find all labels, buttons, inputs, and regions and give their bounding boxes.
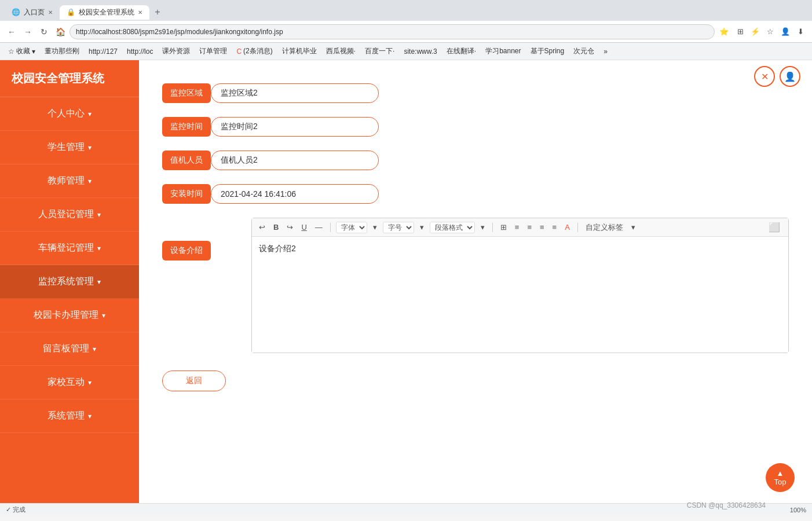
separator-3 bbox=[577, 223, 578, 232]
input-staff[interactable] bbox=[211, 151, 379, 170]
input-install-time[interactable] bbox=[211, 184, 379, 204]
toolbar-align-left[interactable]: ≡ bbox=[513, 222, 522, 233]
toolbar-custom-tag-arrow: ▾ bbox=[629, 222, 638, 233]
tab-close-entrance[interactable]: ✕ bbox=[48, 9, 53, 16]
toolbar-underline[interactable]: U bbox=[299, 222, 309, 233]
bookmark-xigua[interactable]: 西瓜视频· bbox=[323, 45, 359, 57]
home-button[interactable]: 🏠 bbox=[53, 25, 67, 39]
bookmark-translate[interactable]: 在线翻译· bbox=[443, 45, 480, 57]
toolbar-bold[interactable]: B bbox=[271, 222, 281, 233]
return-button[interactable]: 返回 bbox=[162, 370, 226, 391]
toolbar-color-a[interactable]: A bbox=[562, 222, 572, 233]
chevron-vehicle: ▾ bbox=[97, 244, 101, 252]
reload-button[interactable]: ↻ bbox=[37, 25, 51, 39]
toolbar-paragraph-select[interactable]: 段落格式 bbox=[430, 222, 475, 233]
bookmark-orders[interactable]: 订单管理 bbox=[196, 45, 231, 57]
chevron-message: ▾ bbox=[93, 345, 96, 353]
toolbar-maximize[interactable]: ⬜ bbox=[765, 221, 784, 234]
toolbar-redo[interactable]: ↪ bbox=[284, 222, 295, 233]
sidebar-menu: 个人中心 ▾ 学生管理 ▾ 教师管理 ▾ 人员登记管理 ▾ 车辆登记管理 ▾ bbox=[0, 97, 139, 503]
bookmark-spring[interactable]: 基于Spring bbox=[527, 45, 568, 57]
sidebar: 校园安全管理系统 个人中心 ▾ 学生管理 ▾ 教师管理 ▾ 人员登记管理 ▾ bbox=[0, 60, 139, 503]
back-button[interactable]: ← bbox=[5, 25, 19, 39]
sidebar-item-vehicle[interactable]: 车辆登记管理 ▾ bbox=[0, 232, 139, 265]
sidebar-item-personal[interactable]: 个人中心 ▾ bbox=[0, 97, 139, 131]
bookmark-yuancang[interactable]: 次元仓 bbox=[570, 45, 598, 57]
chevron-personnel: ▾ bbox=[97, 211, 101, 219]
address-input[interactable] bbox=[70, 24, 715, 39]
bookmark-127[interactable]: http://127 bbox=[85, 46, 121, 57]
editor-toolbar: ↩ B ↪ U — 字体 ▾ 字 bbox=[252, 218, 788, 237]
scroll-top-label: Top bbox=[774, 478, 787, 486]
toolbar-fontsize-arrow: ▾ bbox=[418, 222, 426, 233]
bookmark-site[interactable]: site:www.3 bbox=[400, 46, 440, 57]
header-icons: ✕ 👤 bbox=[754, 66, 800, 87]
extensions-icon[interactable]: ⊞ bbox=[733, 25, 747, 39]
editor-body[interactable]: 设备介绍2 bbox=[252, 237, 788, 353]
toolbar-table[interactable]: ⊞ bbox=[498, 222, 509, 233]
scroll-top-button[interactable]: ▲ Top bbox=[766, 463, 795, 492]
toolbar-dash[interactable]: — bbox=[313, 222, 325, 233]
toolbar-align-right[interactable]: ≡ bbox=[537, 222, 547, 233]
input-monitor-area[interactable] bbox=[211, 83, 379, 103]
sidebar-label-personnel: 人员登记管理 bbox=[38, 208, 94, 221]
toolbar-paragraph-arrow: ▾ bbox=[478, 222, 487, 233]
bookmark-csdn[interactable]: C(2条消息) bbox=[233, 45, 276, 57]
toolbar-font-select[interactable]: 字体 bbox=[336, 222, 367, 233]
bookmark-donggong[interactable]: 董功那些刚 bbox=[41, 45, 83, 57]
bookmark-resources[interactable]: 课外资源 bbox=[159, 45, 193, 57]
toolbar-align-justify[interactable]: ≡ bbox=[550, 222, 559, 233]
sidebar-label-personal: 个人中心 bbox=[47, 108, 85, 120]
chevron-family: ▾ bbox=[88, 379, 92, 387]
bookmark-graduation[interactable]: 计算机毕业 bbox=[279, 45, 320, 57]
close-header-button[interactable]: ✕ bbox=[754, 66, 775, 87]
input-monitor-time[interactable] bbox=[211, 117, 379, 137]
form-section: 监控区域 监控时间 值机人员 安装时间 bbox=[156, 72, 795, 403]
tab-label-campus: 校园安全管理系统 bbox=[79, 8, 134, 17]
label-staff: 值机人员 bbox=[162, 151, 211, 170]
new-tab-button[interactable]: + bbox=[149, 5, 166, 19]
sidebar-label-student: 学生管理 bbox=[47, 141, 85, 153]
chevron-teacher: ▾ bbox=[88, 177, 92, 185]
bookmark-more[interactable]: » bbox=[600, 46, 611, 57]
bookmark-favorites[interactable]: ☆ 收藏 ▾ bbox=[5, 45, 39, 57]
tab-entrance[interactable]: 🌐 入口页 ✕ bbox=[5, 5, 60, 20]
editor-container: ↩ B ↪ U — 字体 ▾ 字 bbox=[251, 218, 789, 353]
bookmark-baidu[interactable]: 百度一下· bbox=[361, 45, 398, 57]
toolbar-fontsize-select[interactable]: 字号 bbox=[383, 222, 414, 233]
tab-close-campus[interactable]: ✕ bbox=[138, 9, 142, 16]
forward-button[interactable]: → bbox=[21, 25, 35, 39]
tab-campus[interactable]: 🔒 校园安全管理系统 ✕ bbox=[60, 5, 149, 20]
sidebar-item-message[interactable]: 留言板管理 ▾ bbox=[0, 332, 139, 366]
toolbar-undo[interactable]: ↩ bbox=[257, 222, 268, 233]
form-row-staff: 值机人员 bbox=[162, 151, 789, 170]
sidebar-item-family[interactable]: 家校互动 ▾ bbox=[0, 366, 139, 399]
status-text: ✓ 完成 bbox=[6, 505, 25, 514]
search-button[interactable]: ⭐ bbox=[717, 25, 731, 39]
separator-1 bbox=[330, 223, 331, 232]
star-icon[interactable]: ☆ bbox=[763, 25, 777, 39]
sidebar-item-monitor[interactable]: 监控系统管理 ▾ bbox=[0, 265, 139, 299]
download-icon[interactable]: ⬇ bbox=[793, 25, 807, 39]
lightning-icon[interactable]: ⚡ bbox=[748, 25, 762, 39]
toolbar-align-center[interactable]: ≡ bbox=[525, 222, 534, 233]
toolbar-custom-tag[interactable]: 自定义标签 bbox=[583, 221, 626, 234]
tab-favicon-entrance: 🌐 bbox=[12, 8, 20, 16]
user-header-button[interactable]: 👤 bbox=[780, 66, 800, 87]
chevron-student: ▾ bbox=[88, 144, 92, 152]
sidebar-item-teacher[interactable]: 教师管理 ▾ bbox=[0, 164, 139, 198]
sidebar-item-system[interactable]: 系统管理 ▾ bbox=[0, 399, 139, 433]
watermark: CSDN @qq_3306428634 bbox=[687, 501, 766, 509]
sidebar-item-campus-card[interactable]: 校园卡办理管理 ▾ bbox=[0, 299, 139, 332]
main-content: ✕ 👤 监控区域 监控时间 值机人员 bbox=[139, 60, 812, 503]
profile-icon[interactable]: 👤 bbox=[778, 25, 792, 39]
sidebar-item-student[interactable]: 学生管理 ▾ bbox=[0, 131, 139, 164]
toolbar-font-arrow: ▾ bbox=[371, 222, 379, 233]
sidebar-item-personnel[interactable]: 人员登记管理 ▾ bbox=[0, 198, 139, 232]
bookmark-loc[interactable]: http://loc bbox=[123, 46, 156, 57]
bookmark-banner[interactable]: 学习banner bbox=[482, 45, 524, 57]
sidebar-label-vehicle: 车辆登记管理 bbox=[38, 242, 94, 254]
app-title: 校园安全管理系统 bbox=[0, 60, 139, 97]
return-btn-row: 返回 bbox=[162, 370, 789, 391]
device-intro-row: 设备介绍 ↩ B ↪ U — bbox=[162, 218, 789, 365]
